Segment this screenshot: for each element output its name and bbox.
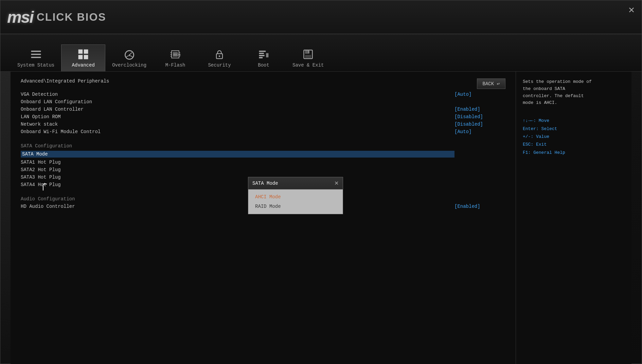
svg-text:BIOS: BIOS [174,53,181,56]
hd-audio-label: HD Audio Controller [21,204,454,209]
tab-security-label: Security [208,62,231,68]
chip-icon: BIOS [167,48,184,61]
app-title: CLICK BIOS [37,11,106,23]
msi-logo: msi [7,8,33,26]
general-section: VGA Detection [Auto] Onboard LAN Configu… [21,91,505,135]
svg-rect-23 [259,55,265,56]
key-select: Enter: Select [523,125,625,133]
wifi-module-label: Onboard Wi-Fi Module Control [21,129,454,134]
svg-rect-21 [259,51,266,52]
sata-mode-label: SATA Mode [21,151,454,158]
sata1-hot-plug-label: SATA1 Hot Plug [21,160,454,165]
onboard-lan-config-label: Onboard LAN Configuration [21,99,454,105]
tab-system-status[interactable]: System Status [11,45,61,71]
list-item[interactable]: Onboard LAN Controller [Enabled] [21,106,505,113]
right-panel: Sets the operation mode ofthe onboard SA… [516,72,631,364]
list-item[interactable]: LAN Option ROM [Disabled] [21,113,505,121]
network-stack-value: [Disabled] [454,122,505,127]
tab-save-exit[interactable]: Save & Exit [286,45,331,71]
network-stack-label: Network stack [21,122,454,127]
left-panel: Advanced\Integrated Peripherals BACK ↩ V… [11,72,516,364]
tab-system-status-label: System Status [17,62,54,68]
sata-config-label: SATA Configuration [21,143,505,149]
nav-tabs: System Status Advanced [0,34,642,72]
svg-rect-5 [78,55,83,59]
tab-overclocking-label: Overclocking [112,62,146,68]
vga-detection-value: [Auto] [454,92,505,97]
modal-header: SATA Mode ✕ [248,177,343,189]
tab-m-flash[interactable]: BIOS M-Flash [153,45,197,71]
lock-icon [211,48,228,61]
advanced-icon [75,48,92,61]
svg-rect-28 [305,55,311,58]
key-help-f1: F1: General Help [523,149,625,157]
modal-option-raid[interactable]: RAID Mode [251,202,340,211]
list-item[interactable]: Onboard LAN Configuration [21,98,505,106]
svg-rect-0 [31,51,41,52]
lan-option-rom-label: LAN Option ROM [21,114,454,120]
boot-icon [255,48,272,61]
modal-title: SATA Mode [252,181,278,186]
list-item[interactable]: SATA Mode [AHCI Mode] [21,150,505,159]
wifi-module-value: [Auto] [454,129,505,134]
tab-advanced-label: Advanced [72,62,95,68]
sata-section-header: SATA Configuration [21,142,505,150]
list-item[interactable]: Onboard Wi-Fi Module Control [Auto] [21,128,505,135]
modal-body: AHCI Mode RAID Mode [248,189,343,214]
floppy-icon [300,48,317,61]
onboard-lan-ctrl-label: Onboard LAN Controller [21,107,454,112]
svg-point-9 [129,54,130,56]
svg-rect-25 [266,53,268,57]
tab-advanced[interactable]: Advanced [61,44,105,71]
help-description: Sets the operation mode ofthe onboard SA… [523,78,625,107]
list-item[interactable]: SATA2 Hot Plug [21,166,505,174]
svg-rect-2 [31,57,41,58]
sata4-hot-plug-label: SATA4 Hot Plug [21,182,454,187]
sata-mode-modal: SATA Mode ✕ AHCI Mode RAID Mode [248,177,343,214]
vga-detection-label: VGA Detection [21,92,454,97]
tab-save-exit-label: Save & Exit [292,62,324,68]
svg-point-20 [219,55,220,57]
svg-rect-3 [78,50,83,54]
tab-boot-label: Boot [258,62,269,68]
svg-rect-22 [259,53,264,54]
gauge-icon [121,48,138,61]
back-button[interactable]: BACK ↩ [477,78,505,89]
bios-frame: msi CLICK BIOS ✕ System Status [0,0,642,364]
hd-audio-value: [Enabled] [454,204,505,209]
header: msi CLICK BIOS ✕ [0,0,642,34]
tab-security[interactable]: Security [197,45,242,71]
key-move: ↑↓→←: Move [523,117,625,125]
sata3-hot-plug-label: SATA3 Hot Plug [21,175,454,180]
svg-rect-4 [84,50,88,54]
modal-close-button[interactable]: ✕ [334,180,339,186]
list-item[interactable]: Network stack [Disabled] [21,121,505,128]
key-exit: ESC: Exit [523,141,625,148]
key-value: +/-: Value [523,133,625,141]
sata2-hot-plug-label: SATA2 Hot Plug [21,167,454,172]
lan-option-rom-value: [Disabled] [454,114,505,120]
tab-overclocking[interactable]: Overclocking [105,45,153,71]
tab-m-flash-label: M-Flash [165,62,185,68]
tab-boot[interactable]: Boot [242,45,286,71]
close-button[interactable]: ✕ [628,5,635,15]
main-content: Advanced\Integrated Peripherals BACK ↩ V… [11,72,631,364]
onboard-lan-ctrl-value: [Enabled] [454,107,505,112]
list-item[interactable]: VGA Detection [Auto] [21,91,505,98]
svg-rect-24 [259,57,263,58]
list-item[interactable]: SATA1 Hot Plug [21,159,505,166]
breadcrumb: Advanced\Integrated Peripherals [21,78,505,84]
list-icon [28,48,44,61]
svg-rect-1 [31,54,41,55]
modal-option-ahci[interactable]: AHCI Mode [251,192,340,202]
svg-rect-29 [308,51,309,53]
key-help: ↑↓→←: Move Enter: Select +/-: Value ESC:… [523,117,625,157]
svg-rect-6 [84,55,88,59]
